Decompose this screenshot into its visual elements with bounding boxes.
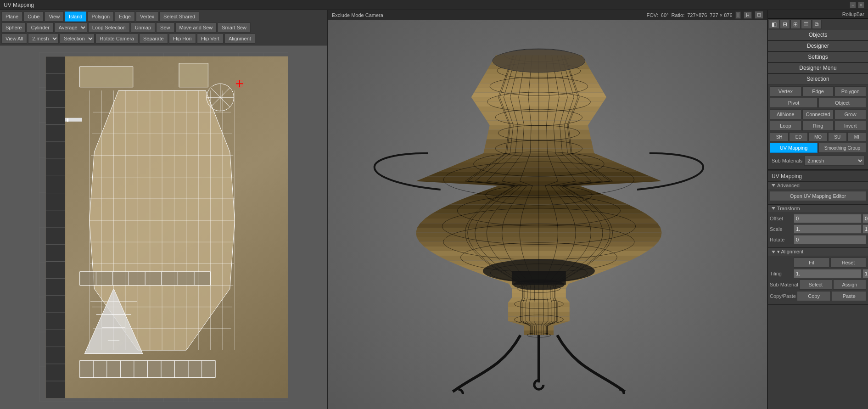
mi-tab[interactable]: MI xyxy=(847,132,866,141)
ratio-label: Ratio: xyxy=(671,12,684,18)
minimize-button[interactable]: − xyxy=(850,2,856,8)
ring-button[interactable]: Ring xyxy=(802,121,834,131)
view-all-button[interactable]: View All xyxy=(1,34,27,44)
flip-hori-button[interactable]: Flip Hori xyxy=(169,34,196,44)
polygon-button[interactable]: Polygon xyxy=(87,11,114,22)
grid-icon[interactable]: ⊞ xyxy=(755,11,763,19)
viewport-canvas[interactable] xyxy=(328,20,767,409)
vertex-button[interactable]: Vertex xyxy=(136,11,158,22)
objects-section: Objects xyxy=(768,30,868,41)
rollup-bar-header: RollupBar xyxy=(768,10,868,19)
tiling-y-input[interactable] xyxy=(862,269,868,278)
advanced-subsection-title[interactable]: Advanced xyxy=(768,182,868,189)
rotate-camera-button[interactable]: Rotate Camera xyxy=(95,34,138,44)
sphere-button[interactable]: Sphere xyxy=(1,22,26,33)
loop-button[interactable]: Loop xyxy=(770,121,801,131)
selection-select[interactable]: Selection xyxy=(60,34,95,44)
sel-row-1: Vertex Edge Polygon xyxy=(770,86,866,96)
rollup-icon-4[interactable]: ☰ xyxy=(801,20,812,29)
h-icon[interactable]: H xyxy=(744,11,752,19)
ed-tab[interactable]: ED xyxy=(789,132,808,141)
rollup-top-buttons: ◧ ⊟ ⊞ ☰ ⧉ xyxy=(768,19,868,30)
smoothing-group-tab[interactable]: Smoothing Group xyxy=(818,143,866,153)
smart-sew-button[interactable]: Smart Sew xyxy=(218,22,251,33)
polygon-sel-button[interactable]: Polygon xyxy=(834,86,866,96)
rollup-icon-2[interactable]: ⊟ xyxy=(780,20,790,29)
assign-button[interactable]: Assign xyxy=(833,280,866,290)
uv-canvas[interactable] xyxy=(0,45,327,409)
uv-mapping-label: UV Mapping xyxy=(768,171,868,182)
rollup-icon-5[interactable]: ⧉ xyxy=(812,20,822,29)
island-button[interactable]: Island xyxy=(65,11,86,22)
open-uv-editor-button[interactable]: Open UV Mapping Editor xyxy=(770,191,866,201)
selection-content: Vertex Edge Polygon Pivot Object AllNone… xyxy=(768,84,868,169)
average-select[interactable]: Average xyxy=(55,22,87,33)
edge-button[interactable]: Edge xyxy=(115,11,135,22)
close-button[interactable]: × xyxy=(858,2,864,8)
su-tab[interactable]: SU xyxy=(828,132,847,141)
view-button[interactable]: View xyxy=(45,11,64,22)
cube-button[interactable]: Cube xyxy=(23,11,44,22)
connected-button[interactable]: Connected xyxy=(802,109,834,119)
fit-reset-row: Fit Reset xyxy=(770,258,866,268)
fit-button[interactable]: Fit xyxy=(794,258,829,268)
sh-tab[interactable]: SH xyxy=(770,132,789,141)
edge-sel-button[interactable]: Edge xyxy=(802,86,834,96)
sub-material-row: Sub Material Select Assign xyxy=(770,280,866,290)
sub-materials-select[interactable]: 2.mesh xyxy=(804,156,864,166)
select-shared-button[interactable]: Select Shared xyxy=(159,11,199,22)
rollup-icon-1[interactable]: ◧ xyxy=(769,20,779,29)
tiling-label: Tiling xyxy=(770,271,793,276)
objects-button[interactable]: Objects xyxy=(768,30,868,40)
object-sel-button[interactable]: Object xyxy=(818,98,866,108)
scale-row: Scale xyxy=(770,224,866,234)
alignment-subsection-title[interactable]: ▾ Alignment xyxy=(768,248,868,256)
uv-mapping-tab[interactable]: UV Mapping xyxy=(770,143,818,153)
uv-panel: Plane Cube View Island Polygon Edge Vert… xyxy=(0,10,328,409)
offset-label: Offset xyxy=(770,216,793,221)
selection-section: Selection Vertex Edge Polygon Pivot Obje… xyxy=(768,74,868,169)
scale-x-input[interactable] xyxy=(794,224,862,234)
transform-subsection-title[interactable]: Transform xyxy=(768,205,868,212)
tiling-x-input[interactable] xyxy=(794,269,862,278)
mesh-select[interactable]: 2.mesh xyxy=(28,34,59,44)
sub-material-select-button[interactable]: Select xyxy=(799,280,832,290)
uv-viewport[interactable] xyxy=(0,45,327,409)
mo-tab[interactable]: MO xyxy=(808,132,827,141)
rotate-input[interactable] xyxy=(794,235,866,244)
move-and-sew-button[interactable]: Move and Sew xyxy=(175,22,217,33)
info-icon[interactable]: i xyxy=(735,11,741,19)
tiling-row: Tiling xyxy=(770,269,866,278)
offset-x-input[interactable] xyxy=(794,214,862,223)
selection-title[interactable]: Selection xyxy=(768,74,868,84)
sel-row-3: AllNone Connected Grow xyxy=(770,109,866,119)
flip-vert-button[interactable]: Flip Vert xyxy=(197,34,224,44)
designer-button[interactable]: Designer xyxy=(768,41,868,51)
vase-canvas[interactable] xyxy=(328,20,767,409)
copy-button[interactable]: Copy xyxy=(797,291,831,301)
scale-y-input[interactable] xyxy=(862,224,868,234)
loop-selection-button[interactable]: Loop Selection xyxy=(88,22,130,33)
unmap-button[interactable]: Unmap xyxy=(131,22,155,33)
grow-button[interactable]: Grow xyxy=(834,109,866,119)
alignment-button[interactable]: Alignment xyxy=(224,34,255,44)
all-none-button[interactable]: AllNone xyxy=(770,109,801,119)
separate-button[interactable]: Separate xyxy=(139,34,168,44)
sew-button[interactable]: Sew xyxy=(156,22,174,33)
copy-paste-label: Copy/Paste xyxy=(770,293,796,299)
rollup-icon-3[interactable]: ⊞ xyxy=(790,20,801,29)
settings-button[interactable]: Settings xyxy=(768,52,868,62)
reset-button[interactable]: Reset xyxy=(830,258,866,268)
offset-y-input[interactable] xyxy=(862,214,868,223)
exclude-mode-label: Exclude Mode Camera xyxy=(332,12,383,18)
vertex-sel-button[interactable]: Vertex xyxy=(770,86,801,96)
fov-label: FOV: xyxy=(647,12,658,18)
designer-menu-button[interactable]: Designer Menu xyxy=(768,63,868,73)
scale-label: Scale xyxy=(770,226,793,232)
cylinder-button[interactable]: Cylinder xyxy=(27,22,53,33)
pivot-button[interactable]: Pivot xyxy=(770,98,818,108)
paste-button[interactable]: Paste xyxy=(832,291,866,301)
invert-button[interactable]: Invert xyxy=(834,121,866,131)
ratio-value: 727×876 xyxy=(687,12,707,18)
plane-button[interactable]: Plane xyxy=(1,11,22,22)
